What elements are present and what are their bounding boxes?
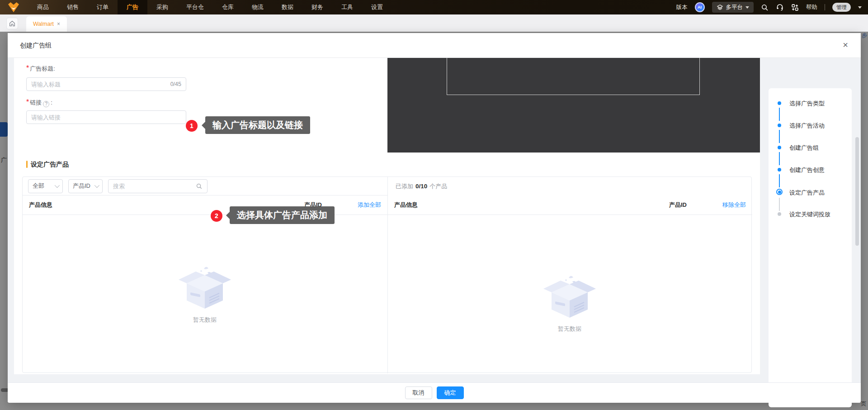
- close-icon[interactable]: ×: [843, 40, 848, 49]
- create-ad-group-modal: 创建广告组 × *广告标题: 0/45 *链接?:: [8, 33, 861, 403]
- tab-label: Walmart: [33, 21, 54, 27]
- step-dot-done: [778, 101, 781, 105]
- ad-link-input-wrap: [26, 110, 186, 124]
- nav-item-finance[interactable]: 财务: [302, 0, 332, 14]
- step-dot-done: [778, 168, 781, 172]
- tab-walmart[interactable]: Walmart ×: [26, 16, 67, 32]
- guide-tooltip-2: 选择具体广告产品添加: [230, 206, 335, 224]
- modal-header: 创建广告组 ×: [8, 33, 861, 58]
- step-create-ad-group[interactable]: 创建广告组: [789, 144, 819, 152]
- tab-bar: Walmart ×: [0, 14, 868, 32]
- step-connector: [779, 198, 780, 211]
- ad-title-input[interactable]: [31, 81, 168, 88]
- added-count: 0/10: [415, 183, 427, 190]
- nav-item-purchasing[interactable]: 采购: [147, 0, 177, 14]
- confirm-button[interactable]: 确定: [437, 386, 464, 399]
- product-search-wrap: [108, 179, 208, 193]
- layers-icon: [717, 4, 723, 11]
- step-set-ad-products[interactable]: 设定广告产品: [789, 189, 825, 197]
- filter-field-select[interactable]: 产品ID: [68, 179, 103, 193]
- chevron-down-icon: [745, 6, 749, 9]
- apps-grid-icon[interactable]: [791, 4, 799, 11]
- section-title: 设定广告产品: [31, 161, 69, 169]
- nav-item-products[interactable]: 商品: [28, 0, 58, 14]
- fox-logo-icon: [7, 2, 20, 13]
- nav-item-ads-active[interactable]: 广告: [118, 0, 147, 14]
- nav-item-sales[interactable]: 销售: [58, 0, 88, 14]
- creative-preview-panel: [387, 58, 760, 154]
- step-select-ad-type[interactable]: 选择广告类型: [789, 100, 825, 108]
- platform-selector[interactable]: 多平台: [712, 2, 754, 13]
- guide-badge-1: 1: [186, 120, 198, 132]
- divider: [825, 4, 825, 10]
- guide-badge-2: 2: [211, 210, 222, 222]
- step-dot-done: [778, 146, 781, 149]
- added-products-status: 已添加 0/10 个产品: [388, 177, 752, 195]
- app-logo[interactable]: [7, 2, 20, 13]
- section-accent-bar: [26, 161, 28, 168]
- account-menu[interactable]: 管理: [832, 3, 851, 12]
- modal-title: 创建广告组: [20, 42, 52, 50]
- set-ad-products-section: 设定广告产品 全部 产品ID: [14, 153, 760, 374]
- remove-all-link[interactable]: 移除全部: [710, 201, 746, 209]
- col-product-info: 产品信息: [394, 201, 669, 209]
- guide-tooltip-1: 输入广告标题以及链接: [205, 116, 310, 134]
- chevron-down-icon: [55, 183, 60, 188]
- picker-filter-row: 全部 产品ID: [23, 177, 387, 195]
- chevron-down-icon: [94, 183, 99, 188]
- tab-close-icon[interactable]: ×: [57, 21, 60, 27]
- step-connector: [779, 130, 780, 143]
- step-connector: [779, 152, 780, 165]
- step-select-campaign[interactable]: 选择广告活动: [789, 122, 825, 130]
- empty-text: 暂无数据: [533, 325, 606, 333]
- step-create-creative[interactable]: 创建广告创意: [789, 166, 825, 174]
- col-product-id: 产品ID: [669, 201, 710, 209]
- step-dot-active: [776, 189, 783, 195]
- cancel-button[interactable]: 取消: [405, 386, 432, 399]
- right-empty-state: 暂无数据: [533, 274, 606, 333]
- nav-item-platform-warehouse[interactable]: 平台仓: [177, 0, 213, 14]
- nav-item-warehouse[interactable]: 仓库: [213, 0, 243, 14]
- step-set-keywords[interactable]: 设定关键词投放: [789, 210, 830, 219]
- ad-link-input[interactable]: [31, 114, 181, 121]
- ai-assistant-badge[interactable]: AI: [695, 2, 705, 12]
- filter-all-select[interactable]: 全部: [28, 179, 63, 193]
- modal-scrollbar[interactable]: [855, 137, 859, 246]
- right-table-header: 产品信息 产品ID 移除全部: [388, 195, 752, 215]
- ad-title-input-wrap: 0/45: [26, 77, 186, 91]
- product-picker: 全部 产品ID: [22, 176, 752, 373]
- help-question-icon[interactable]: ?: [43, 101, 49, 107]
- step-connector: [779, 174, 780, 187]
- product-search-input[interactable]: [113, 183, 196, 190]
- add-all-link[interactable]: 添加全部: [345, 201, 381, 209]
- step-connector: [779, 108, 780, 121]
- support-headset-icon[interactable]: [776, 3, 784, 11]
- home-icon: [9, 20, 16, 27]
- modal-body: *广告标题: 0/45 *链接?: 1 输入广告标题以及链接: [8, 58, 861, 382]
- top-navbar: 商品 销售 订单 广告 采购 平台仓 仓库 物流 数据 财务 工具 设置 版本 …: [0, 0, 868, 14]
- ad-title-label: *广告标题:: [26, 64, 55, 73]
- nav-item-logistics[interactable]: 物流: [243, 0, 273, 14]
- home-button[interactable]: [6, 18, 18, 29]
- account-chevron-down-icon[interactable]: [858, 6, 862, 9]
- nav-item-data[interactable]: 数据: [273, 0, 302, 14]
- ad-title-counter: 0/45: [170, 81, 181, 87]
- wizard-steps-panel: 选择广告类型 选择广告活动 创建广告组 创建广告创意 设定广告产品 设定关键词投…: [769, 88, 852, 407]
- search-icon[interactable]: [761, 4, 769, 11]
- nav-item-orders[interactable]: 订单: [88, 0, 118, 14]
- help-label[interactable]: 帮助: [806, 4, 817, 11]
- modal-footer: 取消 确定: [8, 382, 861, 403]
- left-empty-state: 暂无数据: [169, 265, 241, 324]
- creative-preview-frame: [447, 58, 700, 95]
- nav-item-tools[interactable]: 工具: [332, 0, 362, 14]
- empty-box-icon: [542, 274, 597, 319]
- step-dot-pending: [778, 212, 781, 216]
- step-dot-done: [778, 124, 781, 127]
- empty-text: 暂无数据: [169, 316, 241, 324]
- platform-selector-label: 多平台: [726, 4, 743, 11]
- nav-item-settings[interactable]: 设置: [362, 0, 392, 14]
- search-icon[interactable]: [196, 183, 203, 190]
- version-label[interactable]: 版本: [676, 4, 688, 11]
- ad-link-label: *链接?:: [26, 98, 52, 107]
- empty-box-icon: [178, 265, 232, 310]
